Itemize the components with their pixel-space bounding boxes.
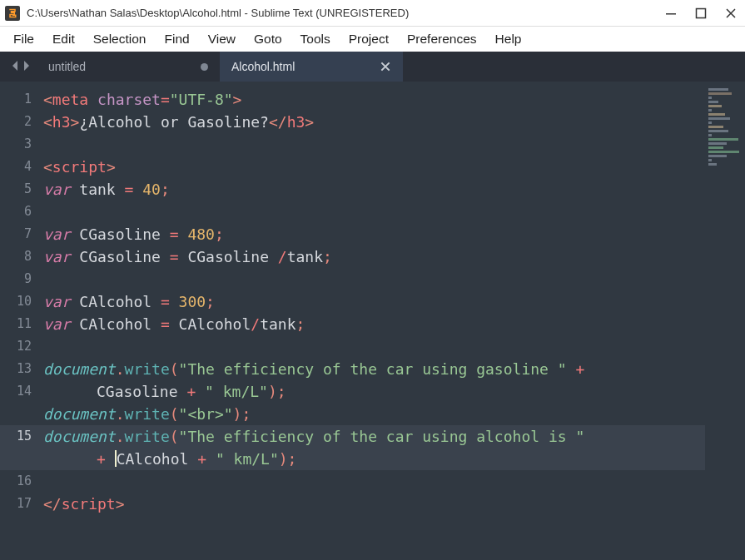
code-line: <h3>¿Alcohol or Gasoline?</h3> [43, 111, 705, 133]
menu-tools[interactable]: Tools [292, 28, 339, 50]
code-line: document.write("<br>"); [43, 403, 705, 425]
line-number: 9 [0, 268, 43, 290]
line-number: 1 [0, 88, 43, 111]
line-number: 15 [0, 425, 43, 470]
menu-preferences[interactable]: Preferences [399, 28, 485, 50]
code-line [43, 268, 705, 290]
code-line: var CAlcohol = 300; [43, 290, 705, 313]
line-number: 16 [0, 470, 43, 493]
code-line: var tank = 40; [43, 178, 705, 201]
close-button[interactable] [725, 7, 737, 19]
code-line: document.write("The efficiency of the ca… [43, 425, 705, 448]
code-line: var CAlcohol = CAlcohol/tank; [43, 313, 705, 335]
dirty-dot-icon [201, 63, 208, 71]
menu-file[interactable]: File [5, 28, 42, 50]
menu-selection[interactable]: Selection [85, 28, 155, 50]
line-number: 4 [0, 156, 43, 178]
code-line: <script> [43, 156, 705, 178]
tab-alcohol[interactable]: Alcohol.html [220, 52, 403, 82]
code-view[interactable]: <meta charset="UTF-8"> <h3>¿Alcohol or G… [43, 82, 705, 560]
tab-label: untitled [48, 60, 86, 73]
line-number: 13 [0, 358, 43, 380]
code-line [43, 201, 705, 223]
tab-untitled[interactable]: untitled [37, 52, 220, 82]
code-line: var CGasoline = 480; [43, 223, 705, 245]
code-line: </script> [43, 493, 705, 515]
menubar: File Edit Selection Find View Goto Tools… [0, 27, 745, 52]
code-line: document.write("The efficiency of the ca… [43, 358, 705, 380]
line-number: 7 [0, 223, 43, 245]
code-line: + CAlcohol + " km/L"); [43, 448, 705, 470]
menu-goto[interactable]: Goto [246, 28, 291, 50]
menu-view[interactable]: View [200, 28, 244, 50]
line-number: 3 [0, 133, 43, 156]
tab-label: Alcohol.html [231, 60, 295, 73]
menu-edit[interactable]: Edit [44, 28, 83, 50]
line-number: 2 [0, 111, 43, 133]
code-line: var CGasoline = CGasoline /tank; [43, 245, 705, 268]
code-line [43, 335, 705, 358]
line-number: 6 [0, 201, 43, 223]
svg-rect-0 [666, 13, 676, 15]
maximize-button[interactable] [695, 7, 707, 19]
gutter: 1 2 3 4 5 6 7 8 9 10 11 12 13 14 15 16 1… [0, 82, 43, 560]
code-line: <meta charset="UTF-8"> [43, 88, 705, 111]
line-number: 14 [0, 380, 43, 425]
line-number: 10 [0, 290, 43, 313]
tab-close-icon[interactable] [380, 61, 391, 72]
line-number: 8 [0, 245, 43, 268]
line-number: 11 [0, 313, 43, 335]
menu-project[interactable]: Project [340, 28, 397, 50]
code-line [43, 133, 705, 156]
nav-forward-icon[interactable] [22, 60, 32, 74]
menu-find[interactable]: Find [156, 28, 197, 50]
code-line: CGasoline + " km/L"); [43, 380, 705, 403]
line-number: 5 [0, 178, 43, 201]
minimize-button[interactable] [665, 7, 677, 19]
svg-rect-1 [697, 8, 706, 17]
app-icon [5, 6, 20, 21]
minimap[interactable] [705, 82, 745, 560]
line-number: 12 [0, 335, 43, 358]
code-line [43, 470, 705, 493]
titlebar: C:\Users\Nathan Salas\Desktop\Alcohol.ht… [0, 0, 745, 27]
nav-back-icon[interactable] [10, 60, 20, 74]
tabstrip: untitled Alcohol.html [0, 52, 745, 82]
window-title: C:\Users\Nathan Salas\Desktop\Alcohol.ht… [27, 7, 665, 19]
menu-help[interactable]: Help [487, 28, 530, 50]
line-number: 17 [0, 493, 43, 515]
editor[interactable]: 1 2 3 4 5 6 7 8 9 10 11 12 13 14 15 16 1… [0, 82, 745, 560]
